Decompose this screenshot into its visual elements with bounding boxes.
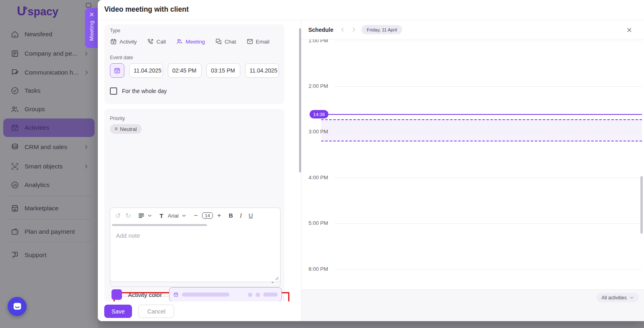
toolbar-scrollbar[interactable] [112, 224, 207, 226]
preview-dot [256, 293, 260, 297]
save-button[interactable]: Save [104, 305, 132, 318]
note-editor[interactable]: ↺ ↻ T Arial − 14 + B I U Add note [110, 208, 281, 282]
preview-bar [182, 293, 229, 297]
type-tab-meeting[interactable]: Meeting [176, 38, 205, 45]
chat-bubbles-icon [215, 38, 222, 45]
schedule-panel: 1:00 PM 2:00 PM 3:00 PM 4:00 PM 5:00 PM … [301, 0, 644, 321]
hour-label: 4:00 PM [301, 174, 328, 181]
note-placeholder: Add note [116, 232, 140, 239]
hour-label: 3:00 PM [301, 129, 328, 135]
calendar-check-icon [110, 38, 117, 45]
schedule-scrollbar[interactable] [640, 176, 643, 234]
schedule-nav [340, 27, 357, 33]
type-tab-label: Email [256, 39, 270, 45]
type-tab-activity[interactable]: Activity [110, 38, 137, 45]
chevron-down-icon[interactable] [182, 213, 186, 218]
hour-label: 6:00 PM [301, 266, 328, 272]
modal-header: Video meeting with client [98, 0, 644, 20]
editor-toolbar: ↺ ↻ T Arial − 14 + B I U [110, 208, 280, 223]
cancel-button[interactable]: Cancel [138, 305, 174, 318]
prev-day-icon[interactable] [340, 27, 346, 33]
type-date-card: Type Activity Call Meeting Chat [104, 24, 285, 104]
resize-handle-icon[interactable] [275, 276, 279, 280]
priority-label: Priority [110, 116, 125, 121]
modal-title: Video meeting with client [104, 5, 189, 14]
activity-preview [169, 287, 282, 302]
drawer-tab-meeting[interactable]: Meeting [85, 8, 98, 48]
align-icon[interactable] [138, 212, 144, 219]
whole-day-label: For the whole day [122, 88, 167, 94]
priority-value: Neutral [120, 126, 137, 132]
schedule-title: Schedule [308, 27, 333, 33]
text-color-icon[interactable]: T [160, 212, 163, 219]
bold-button[interactable]: B [229, 212, 233, 219]
italic-button[interactable]: I [240, 212, 242, 219]
equals-icon: = [115, 126, 118, 132]
envelope-icon [246, 38, 254, 45]
hour-gridline [335, 41, 642, 41]
calendar-icon [173, 292, 179, 297]
type-label: Type [110, 28, 120, 33]
proposed-event-slot[interactable] [321, 119, 642, 141]
priority-chip[interactable]: = Neutral [110, 124, 142, 134]
font-family-select[interactable]: Arial [168, 213, 179, 219]
type-tab-label: Activity [120, 39, 137, 45]
hour-gridline [335, 86, 642, 87]
drawer-tab-label: Meeting [89, 21, 95, 41]
hour-gridline [335, 223, 642, 224]
type-tab-label: Call [157, 39, 166, 45]
close-schedule-icon[interactable] [626, 27, 633, 33]
hour-label: 2:00 PM [301, 83, 328, 89]
chevron-down-icon [630, 295, 634, 300]
schedule-header: Schedule Friday, 11 April [301, 20, 644, 39]
preview-dot [248, 293, 252, 297]
undo-icon[interactable]: ↺ [115, 212, 121, 220]
phone-icon [147, 38, 154, 45]
filter-label: All activities [601, 295, 627, 301]
next-day-icon[interactable] [351, 27, 357, 33]
start-time-field[interactable]: 02:45 PM [168, 63, 202, 78]
hour-label: 5:00 PM [301, 220, 328, 226]
intercom-launcher[interactable] [8, 297, 27, 316]
underline-button[interactable]: U [249, 212, 253, 219]
modal-footer: Save Cancel [98, 301, 301, 321]
type-tab-email[interactable]: Email [246, 38, 270, 45]
activity-modal: Video meeting with client Type Activity … [98, 0, 644, 321]
font-size-value[interactable]: 14 [202, 212, 213, 219]
type-tab-label: Chat [225, 39, 236, 45]
calendar-icon [114, 67, 121, 74]
people-icon [176, 38, 183, 45]
chevron-down-icon[interactable] [147, 213, 152, 218]
type-tab-call[interactable]: Call [147, 38, 166, 45]
activity-filter[interactable]: All activities [597, 293, 639, 302]
font-size-increase[interactable]: + [217, 212, 221, 219]
redo-icon[interactable]: ↻ [125, 212, 131, 220]
schedule-bottom-bar: All activities [301, 289, 644, 321]
current-time-line [326, 114, 642, 115]
activity-color-row: Activity color [111, 287, 282, 302]
hour-gridline [335, 178, 642, 178]
hour-gridline [335, 269, 642, 270]
date-chip[interactable]: Friday, 11 April [361, 25, 402, 34]
event-date-label: Event date [110, 55, 133, 60]
end-date-field[interactable]: 11.04.2025 [245, 63, 279, 78]
type-tab-chat[interactable]: Chat [215, 38, 236, 45]
font-size-decrease[interactable]: − [194, 212, 198, 219]
event-date-row: 11.04.2025 02:45 PM 03:15 PM 11.04.2025 [110, 63, 279, 78]
close-icon[interactable] [89, 12, 95, 17]
type-tab-label: Meeting [186, 39, 205, 45]
app-root: U spacy Newsfeed Company and pe... Commu… [0, 0, 644, 328]
whole-day-row: For the whole day [110, 87, 167, 95]
activity-color-label: Activity color [128, 291, 162, 298]
hour-gridline [335, 132, 642, 132]
start-date-field[interactable]: 11.04.2025 [129, 63, 163, 78]
current-time-badge: 14:38 [310, 110, 328, 118]
end-time-field[interactable]: 03:15 PM [206, 63, 240, 78]
color-swatch[interactable] [111, 289, 122, 300]
whole-day-checkbox[interactable] [110, 87, 117, 95]
preview-bar [263, 293, 278, 297]
calendar-picker-button[interactable] [110, 63, 124, 78]
details-card: Priority = Neutral Person responsible Ir… [104, 109, 285, 302]
type-tabs: Activity Call Meeting Chat Email [110, 35, 269, 48]
